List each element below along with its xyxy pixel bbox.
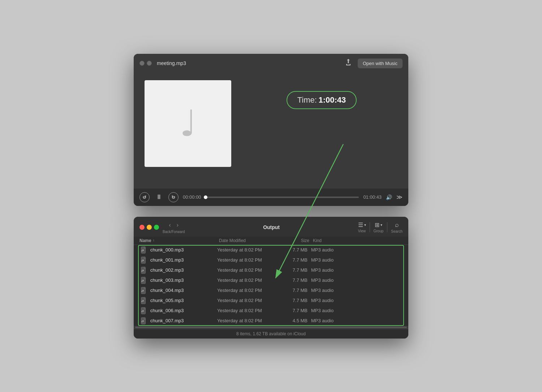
svg-point-34 [143, 310, 144, 311]
file-name: chunk_001.mp3 [150, 257, 217, 263]
kind-column-header[interactable]: Kind [313, 238, 403, 243]
search-label: Search [391, 229, 403, 233]
player-info: Time: 1:00:43 [246, 80, 397, 109]
svg-point-13 [142, 271, 143, 272]
view-icons: ☰ ▾ [358, 221, 366, 228]
group-button[interactable]: ⊞ [375, 221, 379, 228]
group-chevron-button[interactable]: ▾ [380, 223, 382, 227]
file-icon [140, 297, 147, 304]
finder-minimize-button[interactable] [147, 225, 152, 230]
svg-point-8 [142, 260, 143, 262]
file-kind: MP3 audio [311, 247, 403, 253]
file-kind: MP3 audio [311, 277, 403, 283]
view-button-group: ☰ ▾ View [358, 221, 366, 233]
time-value: 1:00:43 [318, 95, 346, 104]
file-row[interactable]: chunk_004.mp3Yesterday at 8:02 PM7.7 MBM… [134, 285, 408, 296]
forward-button[interactable]: › [175, 221, 181, 229]
file-icon [140, 307, 147, 314]
skip-back-icon: ↺ [142, 194, 147, 200]
progress-thumb[interactable] [204, 195, 207, 199]
toolbar-divider-1 [370, 222, 370, 232]
open-with-music-button[interactable]: Open with Music [358, 59, 403, 68]
file-row[interactable]: chunk_006.mp3Yesterday at 8:02 PM7.7 MBM… [134, 306, 408, 316]
file-name: chunk_004.mp3 [150, 288, 217, 293]
group-icons: ⊞ ▾ [375, 221, 382, 228]
scrollbar-track[interactable] [135, 327, 407, 328]
file-name: chunk_007.mp3 [150, 318, 217, 323]
more-options-button[interactable]: ≫ [396, 194, 403, 201]
file-name: chunk_003.mp3 [150, 277, 217, 283]
file-row[interactable]: chunk_003.mp3Yesterday at 8:02 PM7.7 MBM… [134, 275, 408, 285]
file-size: 7.7 MB [282, 298, 311, 303]
finder-folder-name: Output [263, 224, 280, 230]
file-size: 7.7 MB [282, 308, 311, 313]
file-size: 7.7 MB [282, 277, 311, 283]
time-display: Time: 1:00:43 [287, 91, 357, 109]
svg-point-19 [143, 280, 144, 281]
svg-point-3 [142, 250, 143, 251]
file-row[interactable]: chunk_001.mp3Yesterday at 8:02 PM7.7 MBM… [134, 255, 408, 265]
skip-forward-icon: ↻ [171, 194, 176, 200]
svg-point-23 [142, 291, 143, 292]
close-button-inactive[interactable] [139, 61, 145, 66]
svg-point-29 [143, 300, 144, 301]
player-window: meeting.mp3 Open with Music ♩ Tim [134, 54, 408, 206]
file-icon [140, 287, 147, 294]
svg-point-24 [143, 290, 144, 291]
finder-window: ‹ › Back/Forward Output ☰ ▾ [134, 217, 408, 339]
finder-title-center: Output [189, 224, 354, 231]
file-icon [140, 257, 147, 264]
player-controls: 15 ↺ ⏸ 15 ↻ 00:00:00 01:00:43 🔊 ≫ [134, 189, 408, 206]
file-kind: MP3 audio [311, 308, 403, 313]
music-note-icon: ♩ [180, 102, 197, 145]
finder-traffic-lights [139, 225, 159, 230]
file-list-wrapper: chunk_000.mp3Yesterday at 8:02 PM7.7 MBM… [134, 245, 408, 326]
file-date: Yesterday at 8:02 PM [217, 288, 282, 293]
file-name: chunk_002.mp3 [150, 267, 217, 273]
file-date: Yesterday at 8:02 PM [217, 267, 282, 273]
name-column-header[interactable]: Name ↑ [139, 238, 219, 243]
share-button[interactable] [343, 58, 354, 69]
skip-back-button[interactable]: 15 ↺ [139, 192, 150, 202]
file-row[interactable]: chunk_005.mp3Yesterday at 8:02 PM7.7 MBM… [134, 296, 408, 306]
file-kind: MP3 audio [311, 257, 403, 263]
search-button-group: ⌕ Search [391, 221, 403, 233]
view-chevron-button[interactable]: ▾ [364, 223, 366, 227]
toolbar-divider-2 [387, 222, 387, 232]
file-row[interactable]: chunk_007.mp3Yesterday at 8:02 PM4.5 MBM… [134, 316, 408, 326]
time-oval: Time: 1:00:43 [287, 91, 357, 109]
view-label: View [358, 229, 366, 233]
search-button[interactable]: ⌕ [395, 221, 399, 229]
skip-forward-button[interactable]: 15 ↻ [168, 192, 178, 202]
file-kind: MP3 audio [311, 288, 403, 293]
volume-icon[interactable]: 🔊 [386, 194, 392, 200]
file-date: Yesterday at 8:02 PM [217, 318, 282, 323]
finder-scrollbar[interactable] [134, 326, 408, 329]
file-name: chunk_005.mp3 [150, 298, 217, 303]
file-name: chunk_006.mp3 [150, 308, 217, 313]
progress-bar[interactable] [206, 197, 359, 198]
file-date: Yesterday at 8:02 PM [217, 257, 282, 263]
file-icon [140, 267, 147, 274]
file-icon [140, 317, 147, 324]
status-text: 8 items, 1.62 TB available on iCloud [236, 331, 306, 336]
file-date: Yesterday at 8:02 PM [217, 247, 282, 253]
group-button-group: ⊞ ▾ Group [374, 221, 384, 233]
file-row[interactable]: chunk_002.mp3Yesterday at 8:02 PM7.7 MBM… [134, 265, 408, 275]
back-forward-icons: ‹ › [167, 221, 181, 229]
file-kind: MP3 audio [311, 267, 403, 273]
sort-indicator: ↑ [153, 238, 155, 242]
file-row[interactable]: chunk_000.mp3Yesterday at 8:02 PM7.7 MBM… [134, 245, 408, 255]
file-date: Yesterday at 8:02 PM [217, 277, 282, 283]
back-button[interactable]: ‹ [167, 221, 173, 229]
pause-button[interactable]: ⏸ [154, 192, 164, 202]
current-time: 00:00:00 [183, 194, 201, 200]
zoom-button-inactive[interactable] [147, 61, 152, 66]
date-column-header[interactable]: Date Modified [219, 238, 284, 243]
finder-close-button[interactable] [139, 225, 145, 230]
finder-maximize-button[interactable] [154, 225, 159, 230]
player-body: ♩ Time: 1:00:43 [134, 73, 408, 189]
size-column-header[interactable]: Size [284, 238, 313, 243]
list-view-button[interactable]: ☰ [358, 221, 363, 228]
file-size: 7.7 MB [282, 247, 311, 253]
